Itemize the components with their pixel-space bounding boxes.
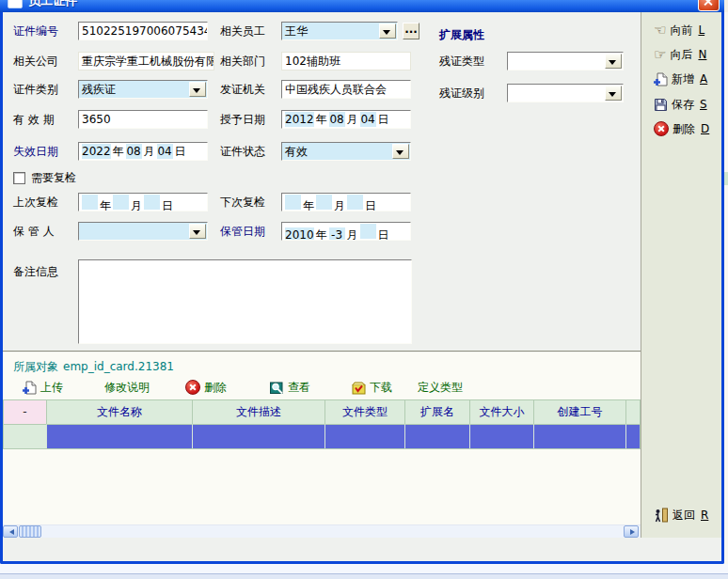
view-label: 查看 <box>288 380 310 396</box>
dropdown-arrow-icon[interactable] <box>392 144 409 159</box>
year-value <box>285 195 301 210</box>
custodian-dropdown[interactable] <box>78 222 208 241</box>
date-unit-month: 月 <box>142 144 157 159</box>
table-cell[interactable] <box>47 424 193 448</box>
date-unit-month: 月 <box>345 227 360 241</box>
arrow-left-icon <box>7 529 14 535</box>
window-titlebar: 员工证件 <box>0 0 724 12</box>
background-right-strip <box>724 12 728 564</box>
table-cell[interactable] <box>405 424 470 448</box>
disability-level-dropdown[interactable] <box>507 84 624 102</box>
ellipsis-label: ... <box>404 23 418 36</box>
employee-dropdown[interactable]: 王华 <box>281 22 398 40</box>
next-recheck-field[interactable]: 年月日 <box>281 193 411 211</box>
close-button[interactable] <box>698 0 720 11</box>
return-button[interactable]: 返回 R <box>654 507 708 524</box>
horizontal-scrollbar[interactable] <box>3 524 641 538</box>
cert-type-dropdown[interactable]: 残疾证 <box>78 80 208 99</box>
chevron-down-icon <box>609 60 616 69</box>
grant-date-field[interactable]: 2012年08月04日 <box>281 110 411 129</box>
upload-button[interactable]: 上传 <box>23 379 63 396</box>
save-shortcut: S <box>700 98 707 111</box>
dropdown-arrow-icon[interactable] <box>605 86 622 101</box>
table-cell[interactable] <box>534 424 626 448</box>
issuer-field[interactable]: 中国残疾人员联合会 <box>281 80 411 99</box>
action-sidebar: ☜ 向前 L ☞ 向后 N 新增 A 保存 S <box>641 12 721 538</box>
prev-label: 向前 <box>670 23 692 39</box>
cert-no-field[interactable]: 5102251970060754344 <box>78 22 208 40</box>
table-row[interactable] <box>4 424 640 448</box>
status-value: 有效 <box>285 145 308 158</box>
save-button[interactable]: 保存 S <box>654 96 707 113</box>
day-value: 04 <box>157 144 173 159</box>
column-header[interactable]: 文件大小 <box>470 400 534 424</box>
scroll-left-button[interactable] <box>3 525 18 538</box>
valid-period-field[interactable]: 3650 <box>78 110 208 129</box>
grant-date-label: 授予日期 <box>220 110 265 129</box>
month-value: 08 <box>329 112 345 127</box>
employee-label: 相关员工 <box>220 22 265 40</box>
custody-date-field[interactable]: 2010年-3月日 <box>281 222 411 241</box>
table-cell[interactable] <box>626 424 640 448</box>
cert-no-label: 证件编号 <box>13 22 58 40</box>
add-button[interactable]: 新增 A <box>654 70 707 87</box>
modify-desc-button[interactable]: 修改说明 <box>104 379 150 396</box>
status-label: 证件状态 <box>220 142 265 161</box>
department-field[interactable]: 102辅助班 <box>281 52 411 70</box>
year-value: 2010 <box>285 227 314 241</box>
column-header[interactable]: 文件名称 <box>47 400 193 424</box>
view-button[interactable]: 查看 <box>270 379 310 396</box>
company-value: 重庆宗学重工机械股份有限 <box>82 55 214 68</box>
next-button[interactable]: ☞ 向后 N <box>654 46 706 63</box>
owner-value: emp_id_card.21381 <box>63 359 174 374</box>
date-unit-month: 月 <box>332 198 347 211</box>
company-field[interactable]: 重庆宗学重工机械股份有限 <box>78 52 214 70</box>
delete-record-label: 删除 <box>673 121 695 137</box>
dropdown-arrow-icon[interactable] <box>189 82 206 97</box>
upload-icon <box>23 381 37 395</box>
download-button[interactable]: 下载 <box>352 379 392 396</box>
date-unit-day: 日 <box>160 198 175 211</box>
date-unit-year: 年 <box>98 198 113 211</box>
chevron-down-icon <box>193 88 200 97</box>
remark-textarea[interactable] <box>78 259 412 344</box>
column-header[interactable]: 文件类型 <box>325 400 405 424</box>
status-dropdown[interactable]: 有效 <box>281 142 411 161</box>
chevron-down-icon <box>396 150 404 159</box>
prev-button[interactable]: ☜ 向前 L <box>654 22 704 39</box>
date-unit-day: 日 <box>376 112 391 127</box>
scrollbar-thumb[interactable] <box>19 525 41 538</box>
recheck-checkbox[interactable] <box>13 172 25 184</box>
table-cell[interactable] <box>470 424 534 448</box>
dropdown-arrow-icon[interactable] <box>379 23 396 39</box>
column-header[interactable]: 扩展名 <box>405 400 470 424</box>
column-header[interactable]: 创建工号 <box>534 400 626 424</box>
prev-shortcut: L <box>698 23 704 37</box>
row-selector-cell[interactable] <box>4 424 47 448</box>
define-type-button[interactable]: 定义类型 <box>418 379 463 396</box>
table-cell[interactable] <box>193 424 325 448</box>
scroll-right-button[interactable] <box>624 525 639 538</box>
hand-right-icon: ☞ <box>654 48 666 62</box>
expire-date-field[interactable]: 2022年08月04日 <box>78 142 208 161</box>
employee-certificate-window: 员工证件 证件编号 5102251970060754344 相关员工 王华 ..… <box>0 12 724 564</box>
delete-record-button[interactable]: 删除 D <box>654 120 709 137</box>
dropdown-arrow-icon[interactable] <box>189 224 206 239</box>
dropdown-arrow-icon[interactable] <box>605 54 622 69</box>
year-value: 2022 <box>82 144 111 159</box>
month-value: -3 <box>329 227 345 241</box>
valid-period-label: 有 效 期 <box>13 110 55 129</box>
form-area: 证件编号 5102251970060754344 相关员工 王华 ... 扩展属… <box>3 12 721 538</box>
delete-attachment-button[interactable]: 删除 <box>185 379 227 396</box>
column-header[interactable]: - <box>4 400 47 424</box>
arrow-right-icon <box>630 529 638 535</box>
employee-more-button[interactable]: ... <box>403 23 419 39</box>
chevron-down-icon <box>383 30 390 39</box>
chevron-down-icon <box>609 92 616 101</box>
table-cell[interactable] <box>325 424 405 448</box>
background-bottom-strip <box>0 564 728 573</box>
last-recheck-field[interactable]: 年月日 <box>78 193 208 211</box>
disability-type-dropdown[interactable] <box>507 52 624 70</box>
column-header[interactable]: 文件描述 <box>193 400 325 424</box>
delete-attachment-label: 删除 <box>204 380 227 396</box>
